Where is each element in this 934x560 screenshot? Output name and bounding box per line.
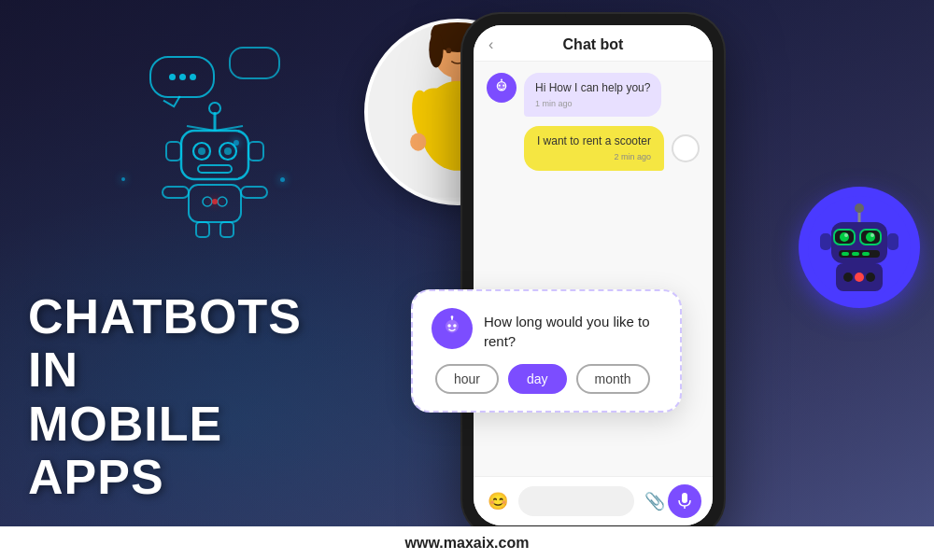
phone-mockup: ‹ Chat bot (462, 14, 724, 537)
back-icon[interactable]: ‹ (488, 36, 493, 53)
card-bot-avatar (432, 308, 473, 349)
svg-rect-9 (198, 165, 232, 173)
bot-bubble-1: Hi How I can help you? 1 min ago (524, 73, 661, 117)
svg-point-19 (212, 199, 218, 204)
main-title: CHATBOTS IN MOBILE APPS (28, 290, 364, 504)
robot-icon-svg (140, 93, 290, 243)
svg-point-23 (429, 32, 443, 67)
svg-rect-11 (248, 142, 263, 161)
svg-rect-10 (166, 142, 181, 161)
chat-card-options: hour day month (432, 364, 661, 394)
svg-rect-56 (842, 252, 849, 256)
svg-rect-15 (163, 187, 189, 198)
svg-rect-57 (852, 252, 859, 256)
content-wrapper: CHATBOTS IN MOBILE APPS (0, 0, 934, 560)
svg-point-52 (866, 232, 875, 242)
phone-screen: ‹ Chat bot (474, 25, 713, 525)
bottom-bar: www.maxaix.com (0, 526, 934, 560)
bot-timestamp-1: 1 min ago (535, 98, 650, 110)
chat-area: Hi How I can help you? 1 min ago I want … (474, 62, 713, 476)
user-text-1: I want to rent a scooter (537, 133, 651, 149)
mic-button[interactable] (668, 484, 701, 518)
bot-message-1: Hi How I can help you? 1 min ago (487, 73, 700, 117)
svg-point-44 (453, 324, 457, 328)
robot-icon-area (93, 37, 336, 243)
svg-point-46 (451, 315, 454, 318)
svg-point-54 (870, 233, 874, 237)
svg-rect-58 (862, 252, 870, 256)
chat-card-inner: How long would you like to rent? hour da… (432, 308, 661, 394)
phone-notch (565, 14, 621, 20)
chat-card-expanded: How long would you like to rent? hour da… (411, 289, 682, 413)
svg-point-37 (502, 85, 504, 87)
speech-bubble-2 (229, 47, 280, 79)
user-avatar (672, 134, 700, 162)
svg-point-25 (446, 48, 452, 53)
right-robot-svg (808, 196, 911, 299)
phone-header: ‹ Chat bot (474, 25, 713, 62)
svg-rect-17 (196, 222, 209, 237)
glow-dot-2 (121, 177, 125, 181)
svg-point-6 (198, 147, 205, 155)
title-line-2: MOBILE APPS (28, 398, 364, 504)
svg-point-14 (218, 197, 227, 206)
svg-point-64 (843, 273, 853, 282)
attach-icon[interactable]: 📎 (642, 488, 668, 514)
svg-rect-16 (241, 187, 267, 198)
message-input[interactable] (518, 486, 634, 516)
speech-bubble-1 (149, 56, 215, 98)
website-url: www.maxaix.com (405, 535, 530, 552)
option-month[interactable]: month (576, 364, 650, 394)
chat-title: Chat bot (563, 36, 624, 53)
svg-point-65 (855, 273, 864, 282)
chat-card-message: How long would you like to rent? (432, 308, 661, 351)
glow-dot-1 (234, 140, 239, 146)
bot-avatar-1 (487, 73, 517, 103)
svg-point-66 (866, 273, 875, 282)
svg-rect-18 (220, 222, 234, 237)
bubble-dot-1 (169, 74, 176, 80)
user-message-1: I want to rent a scooter 2 min ago (487, 126, 700, 170)
option-day[interactable]: day (508, 364, 567, 394)
title-line-1: CHATBOTS IN (28, 290, 364, 397)
card-bot-text: How long would you like to rent? (484, 308, 661, 351)
bot-text-1: Hi How I can help you? (535, 80, 650, 96)
svg-point-36 (499, 85, 501, 87)
svg-rect-61 (820, 233, 831, 250)
svg-point-39 (501, 78, 502, 80)
svg-point-8 (224, 147, 232, 155)
svg-point-53 (844, 233, 848, 237)
svg-point-33 (410, 133, 426, 150)
glow-dot-3 (280, 177, 285, 182)
svg-point-51 (840, 232, 849, 242)
user-bubble-1: I want to rent a scooter 2 min ago (524, 126, 664, 170)
user-timestamp-1: 2 min ago (537, 151, 651, 163)
svg-rect-40 (682, 493, 687, 503)
bubble-dot-2 (179, 74, 186, 80)
option-hour[interactable]: hour (435, 364, 499, 394)
right-robot-circle (799, 187, 920, 308)
emoji-icon[interactable]: 😊 (485, 488, 511, 514)
left-section: CHATBOTS IN MOBILE APPS (28, 290, 364, 504)
svg-point-60 (855, 203, 864, 213)
svg-rect-62 (887, 233, 899, 250)
bubble-dot-3 (190, 74, 196, 80)
svg-point-43 (447, 324, 451, 328)
svg-point-13 (203, 197, 212, 206)
phone-bottom-bar: 😊 📎 (474, 476, 713, 525)
